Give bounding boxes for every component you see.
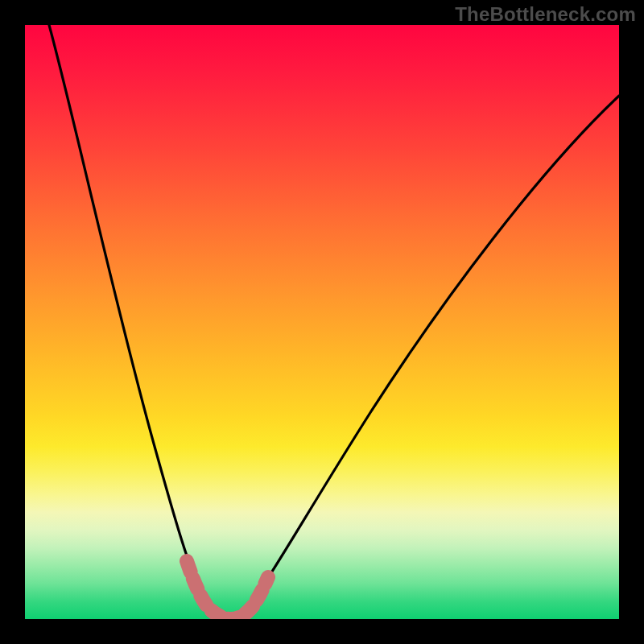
bottleneck-curve — [49, 25, 619, 617]
curve-layer — [25, 25, 619, 619]
optimal-marker — [187, 561, 268, 619]
attribution-label: TheBottleneck.com — [455, 3, 636, 26]
chart-frame: TheBottleneck.com — [0, 0, 644, 644]
plot-area — [25, 25, 619, 619]
